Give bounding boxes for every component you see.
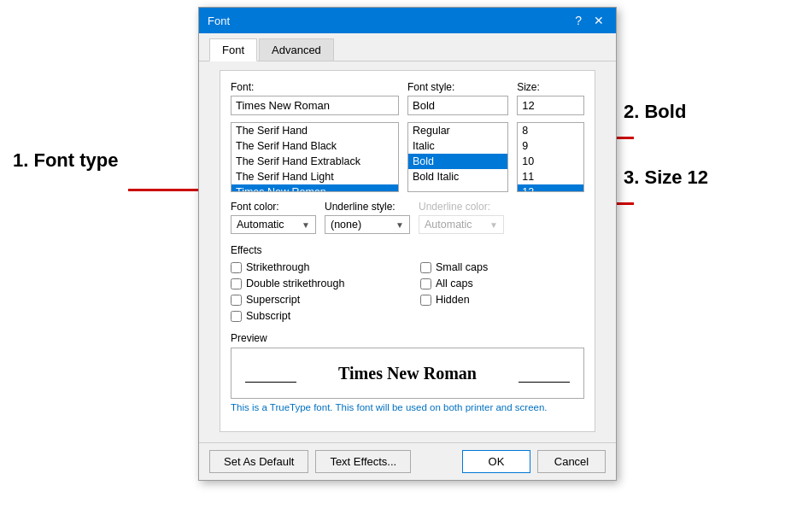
font-color-label: Font color: [231,201,316,213]
effect-all-caps: All caps [420,278,584,289]
effect-hidden: Hidden [420,294,584,306]
dialog-titlebar: Font ? ✕ [199,8,616,33]
checkbox-superscript[interactable] [231,295,242,306]
label-superscript: Superscript [246,294,300,306]
label-all-caps: All caps [436,278,473,289]
arrow-line-1 [128,189,201,191]
effect-double-strikethrough: Double strikethrough [231,278,395,289]
list-item[interactable]: Regular [408,123,507,138]
titlebar-buttons: ? ✕ [571,15,607,26]
caret-icon: ▼ [489,220,498,230]
checkbox-small-caps[interactable] [420,262,431,273]
preview-box: Times New Roman [231,348,584,399]
underline-style-label: Underline style: [325,201,410,213]
font-color-group: Font color: Automatic ▼ [231,201,316,234]
footer-left: Set As Default Text Effects... [209,450,411,473]
font-listbox[interactable]: The Serif Hand The Serif Hand Black The … [231,122,399,192]
size-list-wrap: 8 9 10 11 12 [517,122,584,192]
ok-button[interactable]: OK [462,450,530,473]
effect-superscript: Superscript [231,294,395,306]
tab-advanced[interactable]: Advanced [259,38,334,61]
underline-color-label: Underline color: [419,201,504,213]
list-item-selected[interactable]: Times New Roman [231,184,398,192]
effects-grid: Strikethrough Small caps Double striketh… [231,261,584,322]
list-item[interactable]: Bold Italic [408,169,507,184]
close-button[interactable]: ✕ [590,15,607,26]
label-small-caps: Small caps [436,261,488,273]
list-item[interactable]: The Serif Hand [231,123,398,138]
effect-subscript: Subscript [231,310,395,322]
options-row: Font color: Automatic ▼ Underline style:… [231,201,584,234]
annotation-3: 3. Size 12 [624,167,708,189]
preview-section: Preview Times New Roman This is a TrueTy… [231,332,584,412]
help-button[interactable]: ? [571,15,585,26]
checkbox-strikethrough[interactable] [231,262,242,273]
preview-line-right [519,382,570,383]
annotation-2: 2. Bold [624,101,686,123]
effect-strikethrough: Strikethrough [231,261,395,273]
list-item[interactable]: The Serif Hand Light [231,169,398,184]
caret-icon: ▼ [396,220,404,230]
dialog-content: Font: Font style: Size: The Serif Hand [220,70,595,432]
list-item[interactable]: Italic [408,138,507,154]
style-listbox[interactable]: Regular Italic Bold Bold Italic [407,122,508,192]
list-item[interactable]: 10 [518,154,583,169]
checkbox-subscript[interactable] [231,311,242,322]
set-default-button[interactable]: Set As Default [209,450,308,473]
underline-style-group: Underline style: (none) ▼ [325,201,410,234]
style-label: Font style: [407,81,508,93]
effects-section: Effects Strikethrough Small caps Double … [231,244,584,322]
checkbox-all-caps[interactable] [420,278,431,289]
preview-description: This is a TrueType font. This font will … [231,402,584,412]
dialog-title: Font [208,15,230,27]
size-label: Size: [517,81,584,93]
effects-title: Effects [231,244,584,256]
text-effects-button[interactable]: Text Effects... [315,450,411,473]
font-label: Font: [231,81,399,93]
list-item[interactable]: The Serif Hand Black [231,138,398,154]
preview-text: Times New Roman [338,364,477,383]
label-strikethrough: Strikethrough [246,261,309,273]
size-listbox[interactable]: 8 9 10 11 12 [517,122,584,192]
label-hidden: Hidden [436,294,470,306]
font-list-wrap: The Serif Hand The Serif Hand Black The … [231,122,399,192]
footer-right: OK Cancel [462,450,606,473]
size-input[interactable] [517,96,584,115]
font-dialog: Font ? ✕ Font Advanced Font: Font style: [198,7,617,481]
cancel-button[interactable]: Cancel [537,450,606,473]
tab-font[interactable]: Font [209,38,257,61]
field-labels-row: Font: Font style: Size: [231,81,584,115]
font-field-group: Font: [231,81,399,115]
style-list-wrap: Regular Italic Bold Bold Italic [407,122,508,192]
dialog-footer: Set As Default Text Effects... OK Cancel [199,442,616,480]
list-item[interactable]: 8 [518,123,583,138]
label-double-strikethrough: Double strikethrough [246,278,344,289]
font-color-select[interactable]: Automatic ▼ [231,215,316,234]
font-input[interactable] [231,96,399,115]
size-field-group: Size: [517,81,584,115]
caret-icon: ▼ [302,220,310,230]
list-item[interactable]: 9 [518,138,583,154]
list-boxes: The Serif Hand The Serif Hand Black The … [231,122,584,192]
underline-color-group: Underline color: Automatic ▼ [419,201,504,234]
annotation-1: 1. Font type [13,149,118,172]
effect-small-caps: Small caps [420,261,584,273]
list-item[interactable]: 11 [518,169,583,184]
preview-title: Preview [231,332,584,344]
list-item[interactable]: The Serif Hand Extrablack [231,154,398,169]
dialog-body: Font: Font style: Size: The Serif Hand [199,61,616,432]
style-field-group: Font style: [407,81,508,115]
checkbox-hidden[interactable] [420,295,431,306]
list-item-selected[interactable]: Bold [408,154,507,169]
preview-line-left [245,382,296,383]
tab-bar: Font Advanced [199,33,616,61]
underline-style-select[interactable]: (none) ▼ [325,215,410,234]
label-subscript: Subscript [246,310,290,322]
list-item-selected[interactable]: 12 [518,184,583,192]
underline-color-select[interactable]: Automatic ▼ [419,215,504,234]
style-input[interactable] [407,96,508,115]
checkbox-double-strikethrough[interactable] [231,278,242,289]
